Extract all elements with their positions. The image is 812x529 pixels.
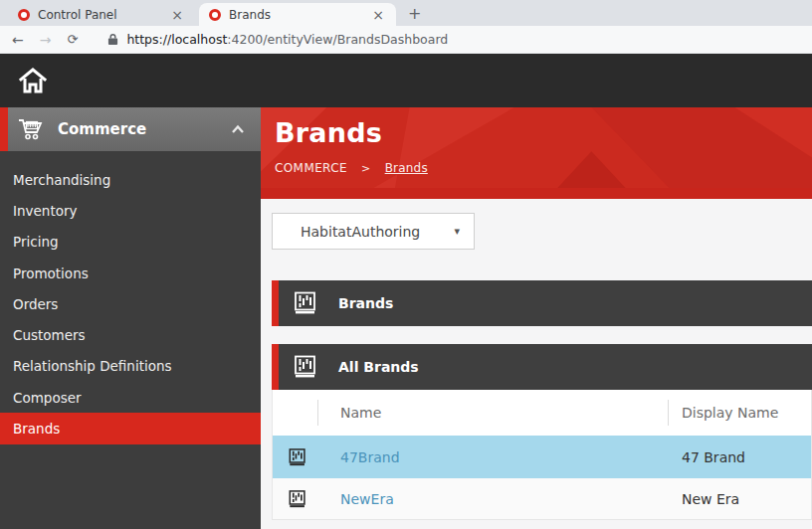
sidebar-item-customers[interactable]: Customers [0, 319, 261, 350]
brand-display-name: New Era [682, 491, 811, 507]
table-header-row: Name Display Name [273, 390, 811, 436]
sidebar-item-label: Orders [13, 296, 58, 312]
barcode-icon [293, 354, 318, 380]
sidebar-item-promotions[interactable]: Promotions [0, 258, 261, 288]
select-caret-icon: ▾ [454, 225, 460, 238]
brands-table: Name Display Name 47Brand 47 Brand [272, 390, 812, 520]
sidebar-item-label: Customers [13, 327, 86, 343]
sidebar-item-brands[interactable]: Brands [0, 413, 261, 443]
sidebar-item-label: Composer [13, 390, 82, 406]
storefront-select-value: HabitatAuthoring [301, 224, 454, 240]
table-row[interactable]: 47Brand 47 Brand [273, 436, 811, 478]
breadcrumb-current[interactable]: Brands [385, 161, 428, 175]
lock-icon[interactable] [107, 33, 118, 46]
header-bottom-strip [261, 188, 812, 199]
sidebar: Commerce Merchandising Inventory Pricing… [0, 107, 261, 529]
new-tab-button[interactable]: + [402, 2, 427, 25]
sidebar-section-commerce[interactable]: Commerce [0, 107, 261, 151]
url-host: https://localhost [126, 32, 227, 47]
home-icon[interactable] [17, 66, 49, 95]
panel-brands: Brands [272, 280, 812, 326]
panel-title: Brands [338, 295, 393, 311]
sidebar-menu: Merchandising Inventory Pricing Promotio… [0, 151, 261, 444]
close-tab-icon[interactable]: × [167, 7, 187, 23]
forward-icon: → [40, 32, 52, 48]
page-title: Brands [275, 117, 812, 148]
tab-title: Control Panel [38, 8, 167, 22]
page-header: Brands COMMERCE > Brands [261, 107, 812, 199]
sitecore-favicon-icon [209, 9, 221, 21]
sidebar-item-orders[interactable]: Orders [0, 288, 261, 319]
browser-tabstrip: Control Panel × Brands × + [0, 0, 812, 26]
sidebar-item-label: Brands [13, 421, 60, 437]
sidebar-item-merchandising[interactable]: Merchandising [0, 164, 261, 195]
close-tab-icon[interactable]: × [368, 7, 388, 23]
sidebar-item-label: Relationship Definitions [13, 358, 172, 374]
brand-name-link[interactable]: 47Brand [340, 449, 400, 465]
panel-all-brands: All Brands [272, 344, 812, 390]
panel-title: All Brands [338, 359, 419, 375]
main-area: Brands COMMERCE > Brands HabitatAuthorin… [261, 107, 812, 529]
barcode-icon [288, 447, 340, 467]
sidebar-item-label: Promotions [13, 265, 89, 281]
sidebar-item-label: Inventory [13, 203, 77, 219]
sidebar-item-label: Merchandising [13, 172, 110, 188]
url-path: :4200/entityView/BrandsDashboard [227, 32, 448, 47]
sitecore-favicon-icon [18, 9, 30, 21]
breadcrumb-separator: > [361, 162, 371, 175]
column-header-name[interactable]: Name [317, 400, 668, 426]
tab-brands[interactable]: Brands × [199, 3, 396, 26]
barcode-icon [288, 489, 340, 509]
sidebar-item-relationship-definitions[interactable]: Relationship Definitions [0, 351, 261, 382]
address-url[interactable]: https://localhost:4200/entityView/Brands… [126, 32, 448, 47]
tab-title: Brands [229, 8, 368, 22]
breadcrumb: COMMERCE > Brands [275, 161, 812, 175]
brand-name-link[interactable]: NewEra [340, 491, 394, 507]
back-icon[interactable]: ← [12, 32, 24, 48]
table-row[interactable]: NewEra New Era [273, 478, 811, 519]
breadcrumb-root[interactable]: COMMERCE [275, 161, 347, 175]
brand-display-name: 47 Brand [682, 449, 811, 465]
storefront-select[interactable]: HabitatAuthoring ▾ [272, 213, 475, 250]
chevron-up-icon[interactable] [231, 124, 245, 134]
column-header-display-name[interactable]: Display Name [668, 400, 811, 426]
reload-icon[interactable]: ⟳ [67, 32, 78, 47]
sidebar-item-pricing[interactable]: Pricing [0, 227, 261, 258]
browser-toolbar: ← → ⟳ https://localhost:4200/entityView/… [0, 26, 812, 54]
sidebar-item-label: Pricing [13, 234, 59, 250]
sidebar-section-label: Commerce [58, 120, 231, 138]
sidebar-item-inventory[interactable]: Inventory [0, 195, 261, 226]
app-topbar [0, 54, 812, 107]
cart-icon [18, 117, 44, 141]
barcode-icon [293, 290, 318, 316]
sidebar-item-composer[interactable]: Composer [0, 382, 261, 413]
tab-control-panel[interactable]: Control Panel × [8, 3, 195, 26]
